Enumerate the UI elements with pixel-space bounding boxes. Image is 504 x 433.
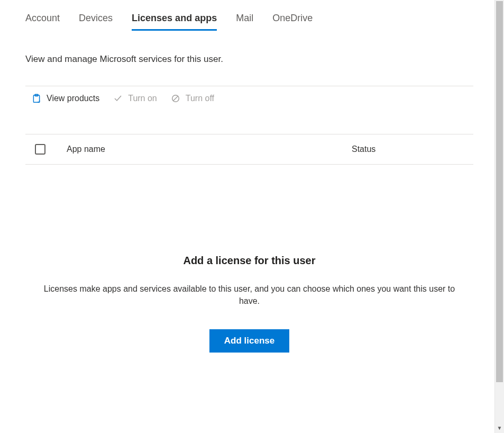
turn-on-label: Turn on	[128, 94, 157, 103]
checkmark-icon	[113, 94, 123, 103]
column-app-name[interactable]: App name	[61, 145, 352, 154]
view-products-label: View products	[47, 94, 99, 103]
tab-mail[interactable]: Mail	[236, 13, 253, 31]
svg-line-3	[173, 96, 178, 101]
prohibit-icon	[171, 94, 180, 103]
tab-account[interactable]: Account	[25, 13, 60, 31]
tab-onedrive[interactable]: OneDrive	[272, 13, 313, 31]
vertical-scrollbar[interactable]: ▼	[494, 0, 504, 433]
table-header: App name Status	[25, 134, 473, 165]
clipboard-icon	[32, 94, 41, 103]
column-status[interactable]: Status	[352, 145, 473, 154]
scrollbar-thumb[interactable]	[496, 1, 503, 382]
tabs-nav: Account Devices Licenses and apps Mail O…	[25, 13, 473, 31]
page-subtitle: View and manage Microsoft services for t…	[25, 54, 473, 65]
scrollbar-arrow-down-icon[interactable]: ▼	[495, 425, 504, 431]
empty-state-description: Licenses make apps and services availabl…	[33, 283, 466, 307]
select-all-checkbox[interactable]	[35, 144, 45, 155]
empty-state: Add a license for this user Licenses mak…	[25, 165, 473, 353]
view-products-button[interactable]: View products	[32, 94, 99, 103]
turn-off-button: Turn off	[171, 94, 214, 103]
turn-on-button: Turn on	[113, 94, 157, 103]
command-bar: View products Turn on	[25, 86, 473, 111]
tab-licenses-and-apps[interactable]: Licenses and apps	[132, 13, 217, 31]
tab-devices[interactable]: Devices	[79, 13, 113, 31]
empty-state-title: Add a license for this user	[25, 255, 473, 267]
add-license-button[interactable]: Add license	[209, 329, 289, 353]
turn-off-label: Turn off	[186, 94, 214, 103]
